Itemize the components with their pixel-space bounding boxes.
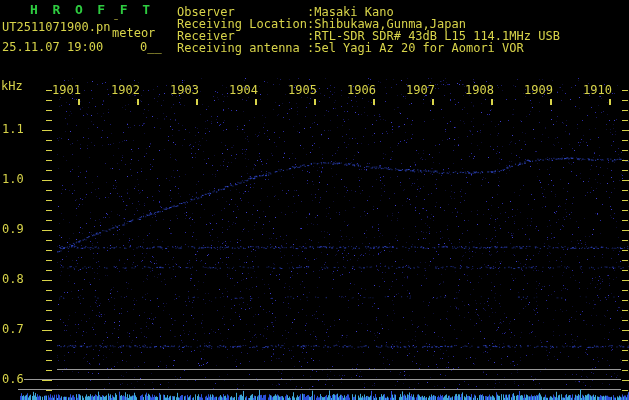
x-axis-tick-label: 1904 [228, 84, 258, 96]
datetime-label: 25.11.07 19:00 [2, 41, 103, 53]
y-axis-tick-label: 1.1 [2, 123, 30, 135]
x-axis-tick-label: 1906 [346, 84, 376, 96]
x-axis-tick-label: 1905 [287, 84, 317, 96]
x-axis-tick-label: 1901 [51, 84, 81, 96]
info-label-antenna: Receiving antenna [177, 42, 300, 54]
y-axis-tick-label: 0.7 [2, 323, 30, 335]
y-axis-unit-label: kHz [1, 80, 23, 92]
output-filename: UT2511071900.pn [2, 21, 110, 33]
app-title: H R O F F T [30, 4, 154, 16]
x-axis-tick-label: 1909 [523, 84, 553, 96]
station-label: meteor [112, 27, 155, 39]
x-axis-tick-label: 1910 [582, 84, 612, 96]
y-axis-tick-label: 0.6 [2, 373, 30, 385]
x-axis-tick-label: 1908 [464, 84, 494, 96]
y-axis-tick-label: 1.0 [2, 173, 30, 185]
x-axis-tick-label: 1902 [110, 84, 140, 96]
spectrogram-canvas [0, 0, 629, 400]
echo-counter: 0__ [140, 41, 162, 53]
y-axis-tick-label: 0.9 [2, 223, 30, 235]
y-axis-tick-label: 0.8 [2, 273, 30, 285]
x-axis-tick-label: 1907 [405, 84, 435, 96]
info-value-antenna: :5el Yagi Az 20 for Aomori VOR [307, 42, 524, 54]
hrofft-screen: H R O F F T UT2511071900.pn ¨ meteor 25.… [0, 0, 629, 400]
x-axis-tick-label: 1903 [169, 84, 199, 96]
